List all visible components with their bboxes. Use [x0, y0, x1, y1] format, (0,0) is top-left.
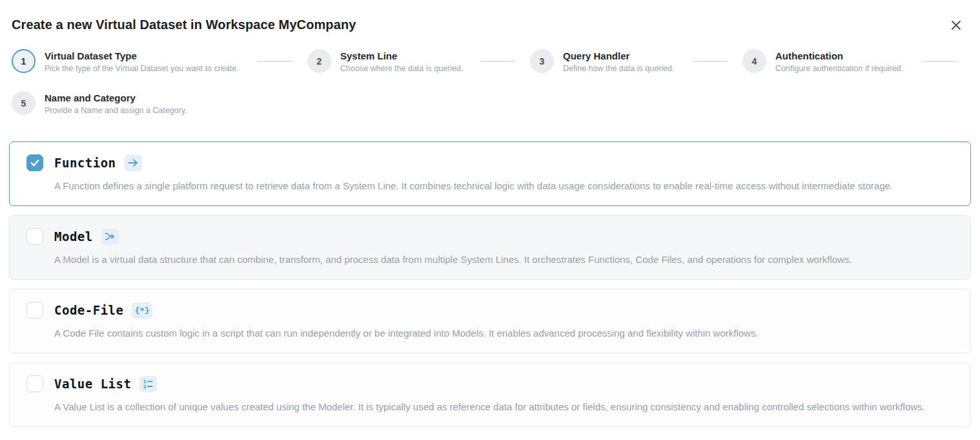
step-number-badge: 4: [742, 49, 766, 73]
page-title: Create a new Virtual Dataset in Workspac…: [12, 17, 356, 32]
step-subtitle: Provide a Name and assign a Category.: [45, 105, 187, 116]
step-system-line[interactable]: 2 System Line Choose where the data is q…: [307, 49, 530, 74]
step-title: Virtual Dataset Type: [45, 50, 239, 63]
option-card-value-list[interactable]: Value List 1 2 A Value List is a collect…: [9, 362, 971, 427]
step-connector: [480, 61, 516, 62]
checkmark-icon: [29, 157, 41, 169]
x-close-icon: [950, 19, 963, 32]
option-description: A Code File contains custom logic in a s…: [54, 327, 957, 340]
option-description: A Value List is a collection of unique v…: [54, 401, 957, 414]
step-subtitle: Pick the type of the Virtual Dataset you…: [45, 63, 239, 74]
step-number-badge: 5: [12, 91, 36, 115]
step-title: Name and Category: [45, 92, 187, 105]
option-title: Code-File: [54, 303, 123, 317]
step-connector: [922, 61, 958, 62]
arrow-right-icon: [125, 155, 142, 171]
step-subtitle: Configure authentication if required.: [775, 63, 903, 74]
code-file-checkbox[interactable]: [26, 302, 43, 319]
wizard-stepper: 1 Virtual Dataset Type Pick the type of …: [12, 49, 975, 116]
option-description: A Function defines a single platform req…: [54, 180, 957, 193]
step-number-badge: 1: [12, 49, 36, 73]
step-subtitle: Define how the data is queried.: [563, 63, 674, 74]
step-number-badge: 3: [530, 49, 554, 73]
option-title: Function: [54, 156, 116, 170]
step-virtual-dataset-type[interactable]: 1 Virtual Dataset Type Pick the type of …: [12, 49, 307, 74]
merge-arrow-icon: [101, 229, 119, 245]
option-card-code-file[interactable]: Code-File {*} A Code File contains custo…: [9, 289, 971, 353]
step-query-handler[interactable]: 3 Query Handler Define how the data is q…: [530, 49, 742, 74]
step-title: Query Handler: [563, 50, 674, 63]
dataset-type-options: Function A Function defines a single pla…: [9, 141, 971, 436]
step-subtitle: Choose where the data is queried.: [340, 63, 463, 74]
step-authentication[interactable]: 4 Authentication Configure authenticatio…: [742, 49, 972, 74]
numbered-list-icon: 1 2: [139, 376, 157, 392]
step-connector: [692, 61, 728, 62]
step-title: Authentication: [775, 50, 903, 63]
step-title: System Line: [340, 50, 463, 63]
option-title: Value List: [54, 377, 131, 391]
option-card-function[interactable]: Function A Function defines a single pla…: [9, 141, 971, 206]
step-number-badge: 2: [307, 49, 331, 73]
value-list-checkbox[interactable]: [26, 375, 43, 392]
option-card-model[interactable]: Model A Model is a virtual data structur…: [9, 215, 971, 280]
step-connector: [257, 61, 293, 62]
model-checkbox[interactable]: [26, 228, 43, 245]
option-description: A Model is a virtual data structure that…: [54, 253, 957, 266]
code-braces-icon: {*}: [132, 302, 152, 319]
function-checkbox[interactable]: [26, 154, 43, 171]
option-title: Model: [54, 229, 93, 244]
svg-text:2: 2: [143, 384, 147, 389]
step-name-and-category[interactable]: 5 Name and Category Provide a Name and a…: [12, 91, 243, 116]
close-button[interactable]: [948, 17, 965, 34]
